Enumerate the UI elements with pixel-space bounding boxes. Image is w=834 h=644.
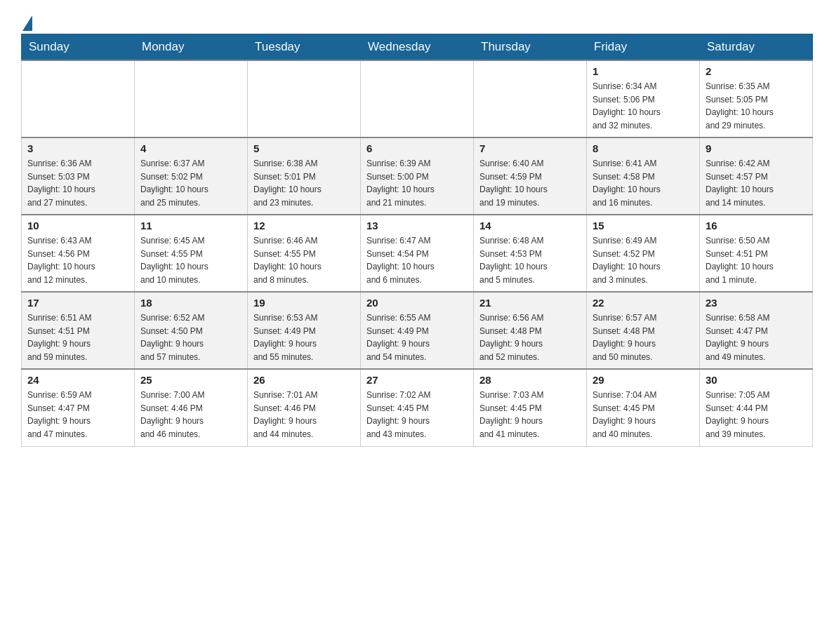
calendar-cell: 27Sunrise: 7:02 AM Sunset: 4:45 PM Dayli…: [361, 369, 474, 446]
logo-triangle-icon: [22, 15, 32, 31]
day-info: Sunrise: 7:02 AM Sunset: 4:45 PM Dayligh…: [366, 389, 468, 441]
calendar-cell: 21Sunrise: 6:56 AM Sunset: 4:48 PM Dayli…: [474, 292, 587, 369]
calendar-cell: 8Sunrise: 6:41 AM Sunset: 4:58 PM Daylig…: [587, 137, 700, 215]
day-number: 13: [366, 220, 468, 232]
day-info: Sunrise: 6:58 AM Sunset: 4:47 PM Dayligh…: [706, 311, 807, 363]
calendar-cell: 18Sunrise: 6:52 AM Sunset: 4:50 PM Dayli…: [135, 292, 248, 369]
weekday-header-saturday: Saturday: [700, 34, 813, 61]
calendar-cell: 7Sunrise: 6:40 AM Sunset: 4:59 PM Daylig…: [474, 137, 587, 215]
calendar-cell: 30Sunrise: 7:05 AM Sunset: 4:44 PM Dayli…: [700, 369, 813, 446]
calendar-cell: 20Sunrise: 6:55 AM Sunset: 4:49 PM Dayli…: [361, 292, 474, 369]
day-info: Sunrise: 6:57 AM Sunset: 4:48 PM Dayligh…: [593, 311, 694, 363]
weekday-header-tuesday: Tuesday: [248, 34, 361, 61]
day-number: 2: [706, 65, 807, 77]
calendar-cell: 16Sunrise: 6:50 AM Sunset: 4:51 PM Dayli…: [700, 215, 813, 292]
calendar-cell: 3Sunrise: 6:36 AM Sunset: 5:03 PM Daylig…: [22, 137, 135, 215]
day-number: 22: [593, 297, 694, 309]
day-number: 8: [593, 142, 694, 154]
day-info: Sunrise: 6:40 AM Sunset: 4:59 PM Dayligh…: [479, 157, 581, 209]
calendar-cell: [135, 60, 248, 137]
day-number: 29: [593, 374, 694, 386]
day-number: 6: [366, 142, 468, 154]
day-info: Sunrise: 6:56 AM Sunset: 4:48 PM Dayligh…: [479, 311, 581, 363]
calendar-cell: 28Sunrise: 7:03 AM Sunset: 4:45 PM Dayli…: [474, 369, 587, 446]
calendar-cell: 12Sunrise: 6:46 AM Sunset: 4:55 PM Dayli…: [248, 215, 361, 292]
calendar-table: SundayMondayTuesdayWednesdayThursdayFrid…: [21, 34, 813, 447]
day-info: Sunrise: 6:50 AM Sunset: 4:51 PM Dayligh…: [706, 234, 807, 286]
calendar-cell: 24Sunrise: 6:59 AM Sunset: 4:47 PM Dayli…: [22, 369, 135, 446]
day-number: 15: [593, 220, 694, 232]
weekday-header-row: SundayMondayTuesdayWednesdayThursdayFrid…: [22, 34, 813, 61]
week-row-2: 3Sunrise: 6:36 AM Sunset: 5:03 PM Daylig…: [22, 137, 813, 215]
calendar-cell: [474, 60, 587, 137]
day-number: 20: [366, 297, 468, 309]
calendar-cell: 26Sunrise: 7:01 AM Sunset: 4:46 PM Dayli…: [248, 369, 361, 446]
day-number: 25: [140, 374, 241, 386]
day-info: Sunrise: 6:39 AM Sunset: 5:00 PM Dayligh…: [366, 157, 468, 209]
calendar-cell: 17Sunrise: 6:51 AM Sunset: 4:51 PM Dayli…: [22, 292, 135, 369]
day-number: 19: [253, 297, 355, 309]
week-row-5: 24Sunrise: 6:59 AM Sunset: 4:47 PM Dayli…: [22, 369, 813, 446]
calendar-cell: 22Sunrise: 6:57 AM Sunset: 4:48 PM Dayli…: [587, 292, 700, 369]
day-info: Sunrise: 6:45 AM Sunset: 4:55 PM Dayligh…: [140, 234, 241, 286]
day-info: Sunrise: 6:51 AM Sunset: 4:51 PM Dayligh…: [27, 311, 128, 363]
calendar-cell: 29Sunrise: 7:04 AM Sunset: 4:45 PM Dayli…: [587, 369, 700, 446]
day-number: 16: [706, 220, 807, 232]
weekday-header-sunday: Sunday: [22, 34, 135, 61]
day-number: 18: [140, 297, 241, 309]
day-number: 30: [706, 374, 807, 386]
day-info: Sunrise: 6:36 AM Sunset: 5:03 PM Dayligh…: [27, 157, 128, 209]
day-info: Sunrise: 6:59 AM Sunset: 4:47 PM Dayligh…: [27, 389, 128, 441]
weekday-header-friday: Friday: [587, 34, 700, 61]
day-info: Sunrise: 7:04 AM Sunset: 4:45 PM Dayligh…: [593, 389, 694, 441]
day-number: 17: [27, 297, 128, 309]
calendar-cell: 25Sunrise: 7:00 AM Sunset: 4:46 PM Dayli…: [135, 369, 248, 446]
day-number: 10: [27, 220, 128, 232]
calendar-cell: [361, 60, 474, 137]
weekday-header-wednesday: Wednesday: [361, 34, 474, 61]
day-number: 21: [479, 297, 581, 309]
day-number: 14: [479, 220, 581, 232]
calendar-cell: 4Sunrise: 6:37 AM Sunset: 5:02 PM Daylig…: [135, 137, 248, 215]
day-number: 1: [593, 65, 694, 77]
day-number: 3: [27, 142, 128, 154]
day-number: 11: [140, 220, 241, 232]
calendar-cell: [248, 60, 361, 137]
day-info: Sunrise: 7:03 AM Sunset: 4:45 PM Dayligh…: [479, 389, 581, 441]
day-number: 27: [366, 374, 468, 386]
logo: [21, 14, 32, 27]
day-info: Sunrise: 6:42 AM Sunset: 4:57 PM Dayligh…: [706, 157, 807, 209]
day-info: Sunrise: 6:48 AM Sunset: 4:53 PM Dayligh…: [479, 234, 581, 286]
calendar-cell: 6Sunrise: 6:39 AM Sunset: 5:00 PM Daylig…: [361, 137, 474, 215]
calendar-cell: 5Sunrise: 6:38 AM Sunset: 5:01 PM Daylig…: [248, 137, 361, 215]
day-number: 23: [706, 297, 807, 309]
day-number: 5: [253, 142, 355, 154]
calendar-cell: 11Sunrise: 6:45 AM Sunset: 4:55 PM Dayli…: [135, 215, 248, 292]
calendar-cell: 10Sunrise: 6:43 AM Sunset: 4:56 PM Dayli…: [22, 215, 135, 292]
day-number: 9: [706, 142, 807, 154]
week-row-3: 10Sunrise: 6:43 AM Sunset: 4:56 PM Dayli…: [22, 215, 813, 292]
weekday-header-monday: Monday: [135, 34, 248, 61]
day-info: Sunrise: 7:01 AM Sunset: 4:46 PM Dayligh…: [253, 389, 355, 441]
day-info: Sunrise: 6:41 AM Sunset: 4:58 PM Dayligh…: [593, 157, 694, 209]
calendar-cell: 15Sunrise: 6:49 AM Sunset: 4:52 PM Dayli…: [587, 215, 700, 292]
day-info: Sunrise: 6:46 AM Sunset: 4:55 PM Dayligh…: [253, 234, 355, 286]
calendar-cell: 9Sunrise: 6:42 AM Sunset: 4:57 PM Daylig…: [700, 137, 813, 215]
calendar-cell: 14Sunrise: 6:48 AM Sunset: 4:53 PM Dayli…: [474, 215, 587, 292]
day-info: Sunrise: 6:53 AM Sunset: 4:49 PM Dayligh…: [253, 311, 355, 363]
day-info: Sunrise: 6:43 AM Sunset: 4:56 PM Dayligh…: [27, 234, 128, 286]
day-info: Sunrise: 6:49 AM Sunset: 4:52 PM Dayligh…: [593, 234, 694, 286]
day-info: Sunrise: 7:00 AM Sunset: 4:46 PM Dayligh…: [140, 389, 241, 441]
day-number: 12: [253, 220, 355, 232]
day-number: 26: [253, 374, 355, 386]
day-number: 28: [479, 374, 581, 386]
day-info: Sunrise: 7:05 AM Sunset: 4:44 PM Dayligh…: [706, 389, 807, 441]
day-info: Sunrise: 6:47 AM Sunset: 4:54 PM Dayligh…: [366, 234, 468, 286]
weekday-header-thursday: Thursday: [474, 34, 587, 61]
calendar-cell: 13Sunrise: 6:47 AM Sunset: 4:54 PM Dayli…: [361, 215, 474, 292]
day-info: Sunrise: 6:34 AM Sunset: 5:06 PM Dayligh…: [593, 80, 694, 132]
calendar-cell: 19Sunrise: 6:53 AM Sunset: 4:49 PM Dayli…: [248, 292, 361, 369]
calendar-cell: 23Sunrise: 6:58 AM Sunset: 4:47 PM Dayli…: [700, 292, 813, 369]
calendar-cell: [22, 60, 135, 137]
day-info: Sunrise: 6:35 AM Sunset: 5:05 PM Dayligh…: [706, 80, 807, 132]
